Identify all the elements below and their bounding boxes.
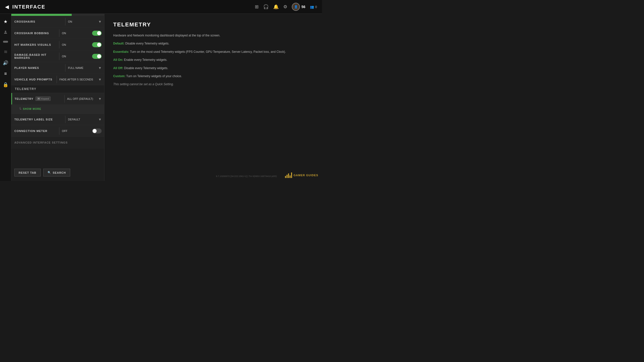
expand-text: Expand — [41, 98, 49, 100]
sidebar-icon-star[interactable]: ★ — [4, 19, 8, 24]
info-panel: TELEMETRY Hardware and Network monitorin… — [104, 14, 322, 181]
hit-markers-label: HIT MARKERS VISUALS — [11, 43, 59, 46]
page-title: INTERFACE — [12, 4, 45, 10]
telemetry-value: ALL OFF (DEFAULT) — [65, 97, 96, 100]
show-more-label: SHOW MORE — [23, 108, 41, 110]
damage-hit-markers-toggle[interactable] — [92, 54, 102, 59]
expand-key: R — [37, 97, 41, 100]
toggle-knob — [97, 43, 101, 47]
expand-badge: R Expand — [35, 97, 50, 101]
player-names-label: PLAYER NAMES — [11, 66, 65, 69]
show-more-row[interactable]: └ SHOW MORE — [11, 105, 104, 114]
quick-setting-note: This setting cannot be set as a Quick Se… — [113, 82, 174, 86]
watermark-label: GAMER GUIDES — [294, 174, 318, 177]
toggle-knob — [97, 31, 101, 35]
settings-icon[interactable]: ⚙ — [283, 4, 287, 10]
search-label: SEARCH — [53, 171, 66, 174]
telemetry-label-size-label: TELEMETRY LABEL SIZE — [11, 118, 65, 121]
damage-hit-markers-value: ON — [59, 55, 90, 58]
custom-highlight: Custom: — [113, 74, 126, 78]
player-names-value: FULL NAME — [65, 66, 96, 69]
profile-level: 56 — [301, 5, 305, 9]
crosshairs-row[interactable]: CROSSHAIRS ON ▼ — [11, 16, 104, 27]
telemetry-label-size-row[interactable]: TELEMETRY LABEL SIZE DEFAULT ▼ — [11, 114, 104, 125]
info-p5: All Off: Disable every Telemetry widgets… — [113, 66, 313, 71]
damage-hit-markers-row[interactable]: DAMAGE-BASED HIT MARKERS ON — [11, 51, 104, 62]
info-title: TELEMETRY — [113, 21, 313, 28]
sidebar-icon-controller[interactable] — [3, 40, 8, 43]
svg-point-6 — [7, 42, 7, 42]
info-p1: Hardware and Network monitoring dashboar… — [113, 33, 313, 38]
bottom-bar: RESET TAB 🔍 SEARCH — [11, 167, 73, 178]
headset-icon[interactable]: 🎧 — [263, 4, 269, 10]
squad-icon: 👥 — [310, 5, 314, 9]
progress-bar — [11, 14, 104, 16]
avatar: 👤 — [292, 3, 300, 11]
hit-markers-value: ON — [59, 43, 90, 46]
connection-meter-label: CONNECTION METER — [11, 129, 59, 132]
sidebar-icon-audio[interactable]: 🔊 — [3, 60, 8, 66]
topbar: ◀ INTERFACE ⊞ 🎧 🔔 ⚙ 👤 56 👥 0 — [0, 0, 322, 14]
squad-count: 0 — [315, 5, 317, 9]
watermark: GAMER GUIDES — [285, 172, 318, 178]
crosshairs-value: ON — [65, 20, 96, 23]
svg-point-7 — [7, 41, 7, 41]
reset-tab-button[interactable]: RESET TAB — [14, 169, 41, 176]
alloff-highlight: All Off: — [113, 66, 123, 70]
vehicle-hud-label: VEHICLE HUD PROMPTS — [11, 78, 57, 81]
vehicle-hud-value: FADE AFTER 5 SECONDS — [57, 78, 96, 81]
advanced-interface-label: ADVANCED INTERFACE SETTINGS — [11, 141, 104, 144]
sidebar-icon-profile[interactable] — [3, 30, 8, 34]
sidebar-icon-slash[interactable]: ≋ — [4, 49, 8, 55]
show-more-tree-icon: └ — [19, 107, 21, 111]
search-icon: 🔍 — [48, 171, 51, 174]
wm-bar-1 — [285, 176, 286, 178]
toggle-knob — [93, 129, 97, 133]
hit-markers-toggle-wrap — [90, 42, 104, 47]
info-p4: All On: Enable every Telemetry widgets. — [113, 57, 313, 62]
info-p2: Default: Disable every Telemetry widgets… — [113, 41, 313, 46]
telemetry-section-header: TELEMETRY — [11, 85, 104, 93]
hit-markers-toggle[interactable] — [92, 42, 102, 47]
allon-highlight: All On: — [113, 58, 123, 62]
advanced-interface-row[interactable]: ADVANCED INTERFACE SETTINGS — [11, 137, 104, 148]
crosshair-bobbing-row[interactable]: CROSSHAIR BOBBING ON — [11, 27, 104, 39]
watermark-bars-icon — [285, 172, 292, 178]
telemetry-row[interactable]: TELEMETRY R Expand ALL OFF (DEFAULT) ▼ — [11, 93, 104, 105]
toggle-knob — [97, 54, 101, 58]
vehicle-hud-chevron-icon: ▼ — [96, 77, 104, 81]
crosshair-bobbing-value: ON — [59, 32, 90, 35]
default-highlight: Default: — [113, 42, 125, 45]
hit-markers-row[interactable]: HIT MARKERS VISUALS ON — [11, 39, 104, 51]
vehicle-hud-row[interactable]: VEHICLE HUD PROMPTS FADE AFTER 5 SECONDS… — [11, 74, 104, 85]
back-button[interactable]: ◀ — [5, 4, 9, 10]
info-body: Hardware and Network monitoring dashboar… — [113, 33, 313, 87]
connection-meter-toggle[interactable] — [92, 128, 102, 133]
info-p6: Custom: Turn on Telemetry widgets of you… — [113, 74, 313, 79]
svg-rect-1 — [3, 41, 8, 43]
notification-icon[interactable]: 🔔 — [273, 4, 279, 10]
telemetry-label: TELEMETRY — [15, 97, 33, 100]
version-text: 9.7.13200072 [34:222:1561+1] | Tm 0(0653… — [216, 175, 277, 177]
sidebar-icon-lock[interactable]: 🔒 — [3, 82, 8, 87]
connection-meter-row[interactable]: CONNECTION METER OFF — [11, 125, 104, 137]
sidebar-icon-interface[interactable]: ≡ — [4, 71, 7, 76]
settings-panel: CROSSHAIRS ON ▼ CROSSHAIR BOBBING ON HIT… — [11, 14, 104, 181]
profile-area[interactable]: 👤 56 — [292, 3, 305, 11]
grid-icon[interactable]: ⊞ — [255, 4, 259, 10]
player-names-row[interactable]: PLAYER NAMES FULL NAME ▼ — [11, 62, 104, 74]
search-button[interactable]: 🔍 SEARCH — [43, 169, 70, 176]
crosshair-bobbing-toggle-wrap — [90, 31, 104, 36]
telemetry-label-size-chevron-icon: ▼ — [96, 117, 104, 121]
crosshair-bobbing-label: CROSSHAIR BOBBING — [11, 32, 59, 35]
topbar-left: ◀ INTERFACE — [5, 4, 45, 10]
topbar-right: ⊞ 🎧 🔔 ⚙ 👤 56 👥 0 — [255, 3, 317, 11]
wm-bar-2 — [287, 175, 288, 178]
wm-bar-4 — [290, 175, 291, 178]
crosshair-bobbing-toggle[interactable] — [92, 31, 102, 36]
wm-bar-5 — [291, 172, 292, 178]
svg-rect-3 — [4, 41, 5, 42]
damage-hit-markers-toggle-wrap — [90, 54, 104, 59]
squad-info: 👥 0 — [310, 5, 317, 9]
svg-point-0 — [5, 31, 6, 32]
